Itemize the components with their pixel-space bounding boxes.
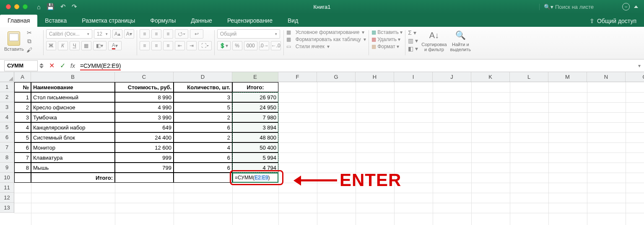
- col-header-H[interactable]: H: [356, 72, 394, 82]
- col-header-O[interactable]: O: [626, 72, 644, 82]
- cell-name[interactable]: Мышь: [31, 163, 115, 173]
- cell-total[interactable]: 26 970: [232, 92, 278, 102]
- italic-button[interactable]: К: [58, 41, 68, 50]
- cell-cost[interactable]: 24 400: [115, 132, 174, 142]
- grand-total-label[interactable]: Итого:: [31, 173, 115, 183]
- active-cell-e10[interactable]: =СУММ(E2:E9): [232, 173, 278, 183]
- row-header-7[interactable]: 7: [0, 142, 14, 153]
- cell-cost[interactable]: 8 990: [115, 92, 174, 102]
- orientation-icon[interactable]: ⭯▾: [175, 29, 188, 39]
- format-cells-button[interactable]: ▦ Формат ▾: [371, 44, 403, 49]
- worksheet[interactable]: 12345678910111213 ABCDEFGHIJKLMNO №Наиме…: [0, 72, 644, 225]
- col-header-C[interactable]: C: [115, 72, 174, 82]
- cell-num[interactable]: 1: [14, 92, 31, 102]
- row-header-4[interactable]: 4: [0, 112, 14, 122]
- feedback-icon[interactable]: ⌣: [622, 3, 630, 10]
- header-num[interactable]: №: [14, 82, 31, 92]
- cell-qty[interactable]: 4: [174, 142, 232, 153]
- fill-color-button[interactable]: ◧▾: [93, 41, 106, 50]
- conditional-formatting-button[interactable]: ▦Условное форматирование ▾: [286, 29, 366, 35]
- col-header-J[interactable]: J: [433, 72, 471, 82]
- tab-data[interactable]: Данные: [183, 15, 220, 27]
- row-header-9[interactable]: 9: [0, 163, 14, 173]
- cell-styles-button[interactable]: ▭Стили ячеек ▾: [286, 44, 366, 49]
- align-right-icon[interactable]: ≡: [163, 41, 173, 50]
- formula-expand-icon[interactable]: ▾: [635, 63, 644, 69]
- cut-icon[interactable]: ✂: [27, 29, 32, 36]
- decrease-decimal-icon[interactable]: ←.0: [271, 41, 281, 50]
- cell-total[interactable]: 24 950: [232, 102, 278, 112]
- col-header-B[interactable]: B: [31, 72, 115, 82]
- cell-total[interactable]: 50 400: [232, 142, 278, 153]
- tab-view[interactable]: Вид: [280, 15, 306, 27]
- cell-num[interactable]: 8: [14, 163, 31, 173]
- cell-empty[interactable]: [115, 173, 174, 183]
- increase-font-icon[interactable]: A▴: [112, 29, 122, 39]
- fx-icon[interactable]: fx: [70, 62, 75, 69]
- tab-page-layout[interactable]: Разметка страницы: [74, 15, 143, 27]
- namebox-up-icon[interactable]: [39, 63, 44, 65]
- tab-home[interactable]: Главная: [0, 15, 37, 27]
- row-header-13[interactable]: 13: [0, 203, 14, 213]
- share-button[interactable]: ⇪ Общий доступ: [582, 15, 644, 27]
- currency-icon[interactable]: 💲▾: [217, 41, 231, 50]
- redo-icon[interactable]: ↷: [72, 3, 77, 10]
- col-header-G[interactable]: G: [317, 72, 356, 82]
- decrease-indent-icon[interactable]: ⇤: [175, 41, 185, 50]
- thousands-icon[interactable]: 000: [244, 41, 257, 50]
- format-as-table-button[interactable]: ▦Форматировать как таблицу ▾: [286, 36, 366, 42]
- cell-qty[interactable]: 5: [174, 102, 232, 112]
- decrease-font-icon[interactable]: A▾: [124, 29, 134, 39]
- wrap-text-icon[interactable]: ↩: [190, 29, 203, 39]
- cell-cost[interactable]: 799: [115, 163, 174, 173]
- sort-filter-button[interactable]: A↓ Сортировка и фильтр: [421, 29, 447, 52]
- align-left-icon[interactable]: ≡: [140, 41, 150, 50]
- select-all-corner[interactable]: [0, 72, 14, 82]
- header-qty[interactable]: Количество, шт.: [174, 82, 232, 92]
- row-header-2[interactable]: 2: [0, 92, 14, 102]
- clear-icon[interactable]: ◧ ▾: [408, 45, 418, 52]
- col-header-M[interactable]: M: [548, 72, 587, 82]
- align-middle-icon[interactable]: ≡: [151, 29, 161, 39]
- increase-indent-icon[interactable]: ⇥: [187, 41, 197, 50]
- namebox-down-icon[interactable]: [39, 66, 44, 68]
- fill-icon[interactable]: ▥ ▾: [408, 37, 418, 44]
- cancel-formula-button[interactable]: ✕: [46, 62, 57, 70]
- cell-qty[interactable]: 6: [174, 153, 232, 163]
- cell-total[interactable]: 4 794: [232, 163, 278, 173]
- cell-num[interactable]: 4: [14, 122, 31, 132]
- zoom-window-button[interactable]: [23, 4, 28, 9]
- tab-formulas[interactable]: Формулы: [143, 15, 183, 27]
- font-name-dropdown[interactable]: Calibri (Осн...▾: [46, 29, 92, 39]
- cell-qty[interactable]: 3: [174, 92, 232, 102]
- col-header-I[interactable]: I: [394, 72, 433, 82]
- header-total[interactable]: Итого:: [232, 82, 278, 92]
- insert-cells-button[interactable]: ▦ Вставить ▾: [371, 29, 403, 35]
- cell-empty[interactable]: [14, 173, 31, 183]
- cell-empty[interactable]: [174, 173, 232, 183]
- cell-num[interactable]: 6: [14, 142, 31, 153]
- cell-name[interactable]: Тумбочка: [31, 112, 115, 122]
- minimize-window-button[interactable]: [14, 4, 19, 9]
- cell-cost[interactable]: 4 990: [115, 102, 174, 112]
- cell-num[interactable]: 7: [14, 153, 31, 163]
- tab-review[interactable]: Рецензирование: [220, 15, 280, 27]
- name-box[interactable]: СУММ: [4, 60, 38, 71]
- search-box[interactable]: 🔍▾: [539, 4, 618, 10]
- save-icon[interactable]: 💾: [47, 3, 55, 10]
- increase-decimal-icon[interactable]: .0→: [259, 41, 269, 50]
- cell-cost[interactable]: 999: [115, 153, 174, 163]
- col-header-N[interactable]: N: [587, 72, 626, 82]
- header-name[interactable]: Наименование: [31, 82, 115, 92]
- close-window-button[interactable]: [6, 4, 11, 9]
- col-header-E[interactable]: E: [232, 72, 278, 82]
- row-header-10[interactable]: 10: [0, 173, 14, 183]
- percent-icon[interactable]: %: [232, 41, 242, 50]
- cell-num[interactable]: 5: [14, 132, 31, 142]
- search-input[interactable]: [555, 4, 618, 10]
- header-cost[interactable]: Стоимость, руб.: [115, 82, 174, 92]
- col-header-D[interactable]: D: [174, 72, 232, 82]
- find-select-button[interactable]: 🔍 Найти и выделить: [450, 29, 471, 52]
- col-header-K[interactable]: K: [471, 72, 510, 82]
- row-header-8[interactable]: 8: [0, 153, 14, 163]
